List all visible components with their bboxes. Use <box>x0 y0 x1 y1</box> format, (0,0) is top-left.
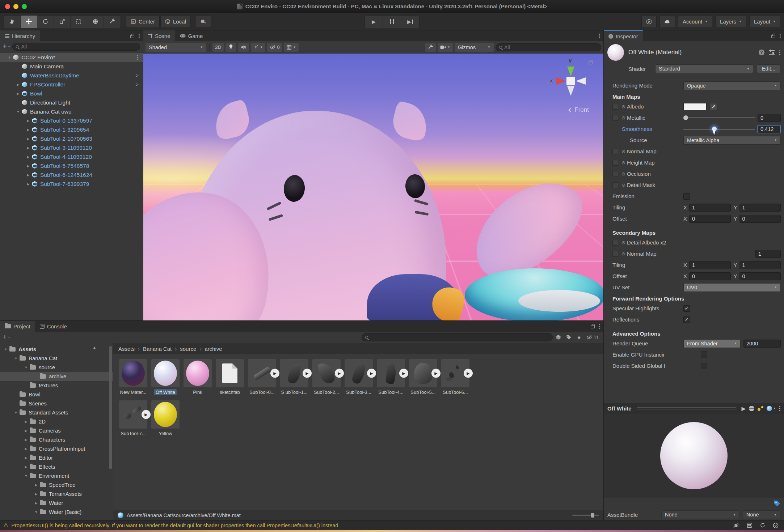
account-dropdown[interactable]: Account▼ <box>678 16 712 28</box>
metallic-value-field[interactable]: 0 <box>758 114 781 122</box>
lock-icon[interactable] <box>591 325 595 328</box>
lock-icon[interactable] <box>130 35 134 38</box>
tab-inspector[interactable]: Inspector <box>604 30 643 41</box>
expander-icon[interactable]: ▶ <box>22 465 30 469</box>
assetbundle-dropdown[interactable]: None▼ <box>661 510 739 519</box>
draw-mode-dropdown[interactable]: Shaded▼ <box>146 43 206 52</box>
asset-thumbnail[interactable]: ▶ <box>119 359 147 387</box>
folder-row[interactable]: Scenes <box>0 399 113 408</box>
breadcrumb-item[interactable]: Banana Cat <box>143 346 172 352</box>
pivot-toggle-button[interactable]: Center <box>126 16 160 28</box>
move-tool-button[interactable] <box>21 16 37 28</box>
scene-tools-button[interactable] <box>425 43 436 52</box>
uv-set-dropdown[interactable]: UV0▼ <box>683 283 781 292</box>
asset-thumbnail[interactable]: ▶ <box>151 359 180 387</box>
expander-icon[interactable]: ▶ <box>22 429 30 433</box>
hierarchy-item[interactable]: ▶ Bowl <box>0 89 143 98</box>
expand-play-icon[interactable]: ▶ <box>464 369 473 378</box>
expander-icon[interactable]: ▼ <box>22 474 30 478</box>
expand-play-icon[interactable]: ▶ <box>335 369 344 378</box>
expander-icon[interactable]: ▼ <box>14 110 22 114</box>
expander-icon[interactable]: ▶ <box>22 456 30 460</box>
secondary-tiling-x-field[interactable]: 1 <box>689 261 730 269</box>
hierarchy-item[interactable]: ▶ SubTool-2-10700563 <box>0 134 143 143</box>
axis-y-cone[interactable] <box>567 67 574 76</box>
layers-dropdown[interactable]: Layers▼ <box>715 16 746 28</box>
asset-item[interactable]: ▶ SubTool-3... <box>345 359 373 395</box>
hidden-objects-button[interactable]: 0 <box>267 43 282 52</box>
preview-header[interactable]: Off White ▶ ▼ <box>604 403 784 414</box>
tiling-y-field[interactable]: 1 <box>739 204 781 212</box>
preview-drag-handle[interactable] <box>637 407 736 410</box>
presets-icon[interactable] <box>769 50 775 55</box>
context-menu-icon[interactable] <box>779 52 780 53</box>
hierarchy-item[interactable]: ▶ FPSController > <box>0 80 143 89</box>
render-queue-dropdown[interactable]: From Shader▼ <box>683 339 741 348</box>
asset-thumbnail[interactable]: ▶ <box>280 359 308 387</box>
normal-map-texture-slot[interactable] <box>612 149 618 154</box>
asset-item[interactable]: ▶ SubTool-7... <box>119 400 147 437</box>
lock-icon[interactable] <box>771 35 775 38</box>
hierarchy-search-input[interactable]: All <box>12 43 140 51</box>
tab-project[interactable]: Project <box>0 321 35 332</box>
folder-row[interactable]: ▶ Characters <box>0 435 113 444</box>
asset-item[interactable]: ▶ S ubTool-1... <box>280 359 308 395</box>
breadcrumb-item[interactable]: Assets <box>118 346 135 352</box>
expand-play-icon[interactable]: ▶ <box>367 369 376 378</box>
hierarchy-item[interactable]: ▶ SubTool-5-7548578 <box>0 161 143 170</box>
hierarchy-item[interactable]: ▶ SubTool-7-6399379 <box>0 179 143 188</box>
panel-menu-icon[interactable] <box>780 35 781 37</box>
custom-tools-button[interactable] <box>104 16 121 28</box>
expander-icon[interactable]: ▶ <box>33 492 40 496</box>
grid-visibility-dropdown[interactable]: ▼ <box>284 43 299 52</box>
close-button[interactable] <box>5 4 10 9</box>
hidden-count-button[interactable]: 11 <box>586 334 599 340</box>
expander-icon[interactable]: ▼ <box>2 348 9 351</box>
cloud-button[interactable] <box>659 16 675 28</box>
preview-play-button[interactable]: ▶ <box>742 405 746 412</box>
preview-shape-icon[interactable] <box>749 406 754 411</box>
expander-icon[interactable]: ▼ <box>12 357 20 360</box>
breadcrumb-item[interactable]: archive <box>205 346 222 352</box>
scene-camera-dropdown[interactable]: ▼ <box>438 43 453 52</box>
secondary-normal-texture-slot[interactable] <box>612 251 618 257</box>
preview-lighting-icon[interactable] <box>758 406 763 411</box>
emission-checkbox[interactable] <box>683 193 690 200</box>
asset-thumbnail[interactable]: ▶ <box>409 359 437 387</box>
asset-thumbnail[interactable]: ▶ <box>119 400 147 429</box>
expander-icon[interactable]: ▶ <box>33 483 40 487</box>
lighting-toggle-button[interactable] <box>225 43 236 52</box>
scene-viewport[interactable]: y x Front <box>143 54 603 320</box>
folder-row[interactable]: ▶ Cameras <box>0 426 113 435</box>
expander-icon[interactable]: ▶ <box>14 83 22 86</box>
asset-item[interactable]: ▶ SubTool-5... <box>409 359 437 395</box>
expander-icon[interactable]: ▼ <box>33 510 40 514</box>
effects-dropdown-button[interactable]: ▼ <box>251 43 265 52</box>
asset-thumbnail[interactable]: ▶ <box>216 359 244 387</box>
folder-row[interactable]: ▶ SpeedTree <box>0 480 113 489</box>
expander-icon[interactable]: ▼ <box>22 366 30 369</box>
asset-thumbnail[interactable]: ▶ <box>248 359 276 387</box>
hierarchy-item[interactable]: ▼ Banana Cat uwu <box>0 107 143 116</box>
asset-grid[interactable]: ▶ New Mater... ▶ <box>113 354 603 510</box>
folder-row[interactable]: archive <box>0 372 113 381</box>
minimize-button[interactable] <box>13 4 18 9</box>
expander-icon[interactable]: ▶ <box>33 501 40 505</box>
gpu-instancing-checkbox[interactable] <box>701 352 707 358</box>
smoothness-slider[interactable] <box>683 125 755 133</box>
tab-scene[interactable]: Scene <box>143 30 175 41</box>
create-asset-button[interactable]: +▼ <box>3 333 10 341</box>
folder-row[interactable]: ▼ Standard Assets <box>0 408 113 417</box>
folder-row[interactable]: Bowl <box>0 390 113 399</box>
folder-row[interactable]: ▶ Water <box>0 498 113 507</box>
asset-item[interactable]: ▶ New Mater... <box>119 359 147 395</box>
expand-play-icon[interactable]: ▶ <box>142 410 151 419</box>
tiling-x-field[interactable]: 1 <box>689 204 730 212</box>
favorites-icon[interactable]: ★ <box>577 334 581 341</box>
albedo-texture-slot[interactable] <box>612 104 618 110</box>
filter-by-label-icon[interactable] <box>566 335 572 340</box>
asset-item[interactable]: ▶ Pink <box>184 359 212 395</box>
eyedropper-icon[interactable] <box>709 103 717 110</box>
double-sided-gi-checkbox[interactable] <box>701 363 707 369</box>
rotation-toggle-button[interactable]: Local <box>160 16 191 28</box>
